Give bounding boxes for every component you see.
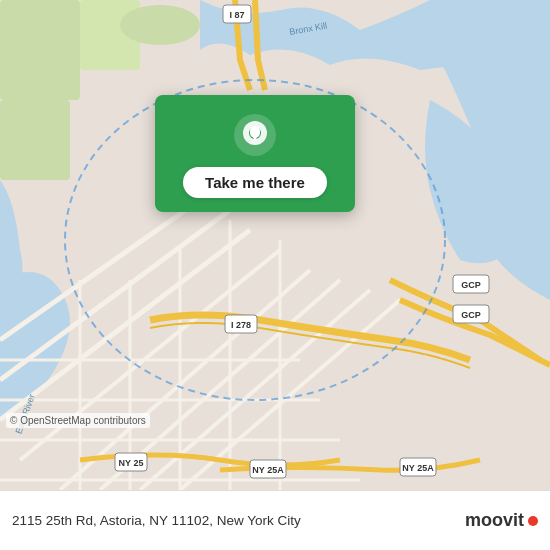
moovit-logo-dot: [528, 516, 538, 526]
svg-text:GCP: GCP: [461, 310, 481, 320]
map-attribution: © OpenStreetMap contributors: [6, 413, 150, 428]
svg-text:NY 25A: NY 25A: [402, 463, 434, 473]
svg-rect-3: [0, 100, 70, 180]
map-view: I 87 I 278 NY 25 NY 25A NY 25A GCP GCP E…: [0, 0, 550, 490]
svg-text:NY 25: NY 25: [119, 458, 144, 468]
svg-text:I 87: I 87: [229, 10, 244, 20]
moovit-brand-text: moovit: [465, 510, 524, 531]
svg-text:GCP: GCP: [461, 280, 481, 290]
bottom-bar: 2115 25th Rd, Astoria, NY 11102, New Yor…: [0, 490, 550, 550]
navigation-card[interactable]: Take me there: [155, 95, 355, 212]
svg-text:NY 25A: NY 25A: [252, 465, 284, 475]
moovit-logo: moovit: [465, 510, 538, 531]
location-pin-icon: [233, 113, 277, 157]
take-me-there-button[interactable]: Take me there: [183, 167, 327, 198]
svg-point-4: [120, 5, 200, 45]
address-label: 2115 25th Rd, Astoria, NY 11102, New Yor…: [12, 513, 465, 528]
svg-text:I 278: I 278: [231, 320, 251, 330]
svg-rect-1: [0, 0, 80, 100]
